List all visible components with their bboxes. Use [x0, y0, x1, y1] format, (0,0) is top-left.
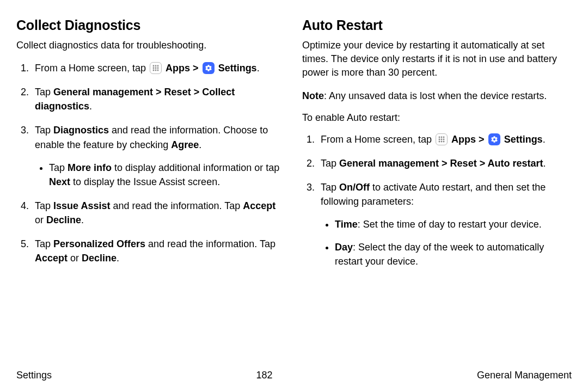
right-step-3: Tap On/Off to activate Auto restart, and…	[317, 180, 572, 268]
apps-icon	[150, 62, 162, 74]
svg-point-17	[443, 141, 445, 143]
apps-label: Apps	[451, 134, 476, 145]
svg-point-7	[155, 70, 157, 71]
text: and read the information. Tap	[145, 238, 275, 249]
svg-point-12	[439, 139, 440, 140]
right-steps: From a Home screen, tap Apps > Settings.…	[302, 132, 572, 269]
content-columns: Collect Diagnostics Collect diagnostics …	[16, 17, 572, 278]
bold: Accept	[35, 253, 68, 264]
svg-point-8	[157, 70, 159, 71]
left-title: Collect Diagnostics	[16, 17, 286, 33]
sub-bullet: Tap More info to display additional info…	[49, 161, 286, 189]
svg-point-11	[443, 137, 445, 138]
bold: Agree	[171, 139, 199, 150]
bold: Next	[49, 176, 70, 187]
svg-point-10	[441, 137, 443, 138]
footer-left: Settings	[16, 370, 52, 381]
apps-icon	[436, 133, 448, 145]
left-step-3: Tap Diagnostics and read the information…	[32, 123, 286, 188]
right-enable: To enable Auto restart:	[302, 111, 572, 125]
text: : Set the time of day to restart your de…	[358, 219, 542, 230]
left-step-4: Tap Issue Assist and read the informatio…	[32, 199, 286, 227]
svg-point-6	[153, 70, 155, 71]
sep: >	[476, 134, 487, 145]
left-step-2: Tap General management > Reset > Collect…	[32, 85, 286, 113]
right-column: Auto Restart Optimize your device by res…	[302, 17, 572, 278]
settings-icon	[203, 62, 215, 74]
right-title: Auto Restart	[302, 17, 572, 33]
bold: Decline	[82, 253, 117, 264]
settings-icon	[488, 133, 500, 145]
bold: General management > Reset > Collect dia…	[35, 87, 235, 112]
bold: Decline	[46, 215, 81, 225]
svg-point-9	[439, 137, 440, 138]
left-step-3-sublist: Tap More info to display additional info…	[35, 161, 286, 189]
svg-point-1	[155, 65, 157, 67]
footer: Settings 182 General Management	[16, 370, 572, 381]
text: : Select the day of the week to automati…	[335, 242, 544, 267]
svg-point-3	[153, 68, 155, 69]
sub-bullet-time: Time: Set the time of day to restart you…	[335, 217, 572, 231]
text: to display the Issue Assist screen.	[70, 176, 220, 187]
bold: General management > Reset > Auto restar…	[339, 158, 543, 169]
text: Tap	[49, 162, 68, 173]
svg-point-15	[439, 141, 440, 143]
text: Tap	[35, 200, 53, 211]
left-intro: Collect diagnostics data for troubleshoo…	[16, 39, 286, 52]
sep: >	[190, 63, 201, 74]
text: or	[35, 215, 46, 225]
svg-point-5	[157, 68, 159, 69]
left-step-5: Tap Personalized Offers and read the inf…	[32, 237, 286, 265]
left-column: Collect Diagnostics Collect diagnostics …	[16, 17, 286, 278]
svg-point-16	[441, 141, 443, 143]
bold: Accept	[243, 200, 275, 211]
text: to display additional information or tap	[112, 162, 279, 173]
note-text: : Any unsaved data is lost when the devi…	[324, 90, 547, 101]
sub-bullet-day: Day: Select the day of the week to autom…	[335, 240, 572, 268]
note-label: Note	[302, 90, 324, 101]
bold: On/Off	[339, 182, 370, 193]
svg-point-0	[153, 65, 155, 67]
settings-label: Settings	[504, 134, 543, 145]
svg-point-4	[155, 68, 157, 69]
text: From a Home screen, tap	[321, 134, 434, 145]
left-step-1: From a Home screen, tap Apps > Settings.	[32, 61, 286, 75]
svg-point-13	[441, 139, 443, 140]
text: Tap	[321, 158, 339, 169]
apps-label: Apps	[166, 63, 190, 74]
text: Tap	[35, 125, 53, 136]
right-intro: Optimize your device by restarting it au…	[302, 39, 572, 80]
footer-right: General Management	[477, 370, 572, 381]
text: Tap	[321, 182, 339, 193]
settings-label: Settings	[218, 63, 257, 74]
left-steps: From a Home screen, tap Apps > Settings.…	[16, 61, 286, 265]
footer-page-number: 182	[256, 370, 272, 381]
bold: More info	[68, 162, 112, 173]
right-step-1: From a Home screen, tap Apps > Settings.	[317, 132, 572, 146]
bold: Day	[335, 242, 353, 253]
bold: Personalized Offers	[53, 238, 145, 249]
right-note: Note: Any unsaved data is lost when the …	[302, 89, 572, 103]
right-step-2: Tap General management > Reset > Auto re…	[317, 156, 572, 170]
bold: Time	[335, 219, 358, 230]
text: and read the information. Tap	[110, 200, 243, 211]
text: Tap	[35, 238, 53, 249]
right-step-3-sublist: Time: Set the time of day to restart you…	[321, 217, 572, 268]
svg-point-14	[443, 139, 445, 140]
text: Tap	[35, 87, 53, 97]
svg-point-2	[157, 65, 159, 67]
bold: Issue Assist	[53, 200, 110, 211]
bold: Diagnostics	[53, 125, 109, 136]
text: or	[68, 253, 82, 264]
text: From a Home screen, tap	[35, 63, 149, 74]
